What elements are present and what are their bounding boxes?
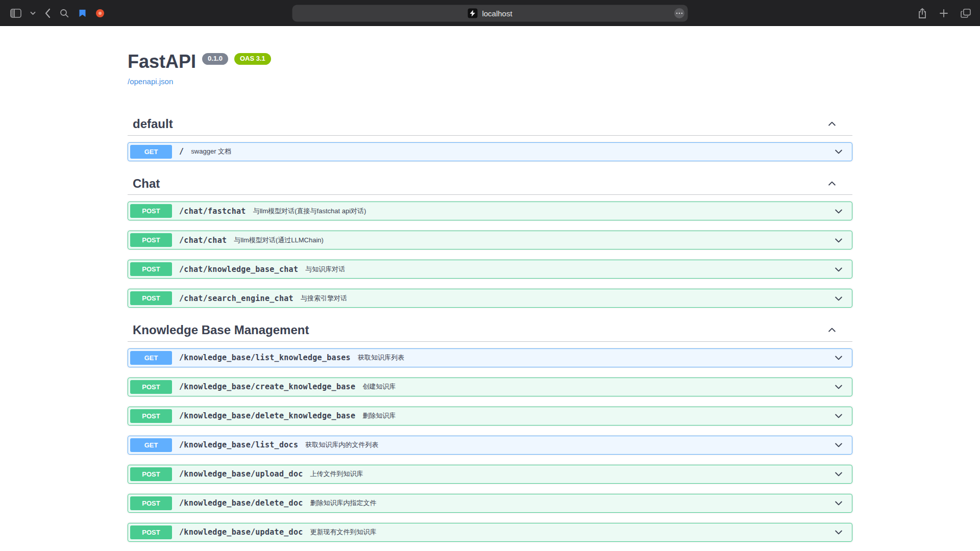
method-badge: POST	[130, 262, 172, 276]
api-tag-section-default: defaultGET/swagger 文档	[128, 112, 852, 161]
method-badge: GET	[130, 438, 172, 452]
site-favicon-icon	[468, 8, 477, 18]
endpoint-path: /chat/fastchat	[179, 207, 246, 216]
opblock-post-chat-search-engine-chat: POST/chat/search_engine_chat与搜索引擎对话	[128, 289, 852, 308]
endpoint-description: 创建知识库	[362, 382, 396, 391]
collapse-chevron-up-icon	[827, 325, 837, 335]
expand-chevron-down-icon	[834, 469, 844, 479]
swagger-page: FastAPI 0.1.0 OAS 3.1 /openapi.json defa…	[0, 26, 980, 551]
share-button[interactable]	[918, 8, 927, 19]
endpoint-path: /chat/knowledge_base_chat	[179, 265, 298, 274]
expand-chevron-down-icon	[834, 440, 844, 450]
sidebar-toggle-button[interactable]	[10, 9, 21, 18]
opblock-post-chat-knowledge-base-chat: POST/chat/knowledge_base_chat与知识库对话	[128, 260, 852, 279]
address-bar[interactable]: localhost	[292, 5, 688, 21]
api-tag-section-knowledge-base-management: Knowledge Base ManagementGET/knowledge_b…	[128, 318, 852, 551]
swagger-wrapper: FastAPI 0.1.0 OAS 3.1 /openapi.json defa…	[117, 51, 863, 551]
endpoint-summary[interactable]: GET/swagger 文档	[128, 143, 852, 161]
endpoint-description: 删除知识库	[362, 411, 396, 420]
opblock-post-chat-fastchat: POST/chat/fastchat与llm模型对话(直接与fastchat a…	[128, 202, 852, 220]
method-badge: POST	[130, 409, 172, 423]
endpoint-description: 与llm模型对话(通过LLMChain)	[234, 236, 324, 245]
expand-chevron-down-icon	[834, 353, 844, 363]
opblock-get-root: GET/swagger 文档	[128, 142, 852, 161]
endpoint-description: 与知识库对话	[305, 265, 345, 274]
opblock-post-knowledge-base-update-doc: POST/knowledge_base/update_doc更新现有文件到知识库	[128, 523, 852, 542]
endpoint-description: 获取知识库内的文件列表	[305, 440, 378, 449]
page-more-button[interactable]	[674, 8, 685, 18]
tag-title: default	[133, 117, 827, 131]
back-button[interactable]	[44, 8, 51, 18]
api-sections: defaultGET/swagger 文档ChatPOST/chat/fastc…	[128, 112, 852, 551]
method-badge: POST	[130, 291, 172, 305]
endpoint-path: /knowledge_base/upload_doc	[179, 469, 303, 479]
endpoint-description: 上传文件到知识库	[310, 469, 363, 479]
new-tab-button[interactable]	[939, 9, 948, 18]
toolbar-left-group	[0, 0, 105, 26]
endpoint-path: /chat/search_engine_chat	[179, 294, 293, 303]
url-text: localhost	[482, 9, 512, 17]
collapse-chevron-up-icon	[827, 119, 837, 129]
extension-blue-icon[interactable]	[78, 9, 87, 18]
expand-chevron-down-icon	[834, 235, 844, 245]
expand-chevron-down-icon	[834, 498, 844, 508]
api-title-row: FastAPI 0.1.0 OAS 3.1	[128, 51, 852, 72]
chevron-down-icon[interactable]	[30, 11, 36, 15]
toolbar-right-group	[918, 0, 971, 26]
oas-version-badge: OAS 3.1	[234, 53, 271, 65]
browser-toolbar: localhost	[0, 0, 980, 26]
method-badge: GET	[130, 145, 172, 159]
endpoint-summary[interactable]: POST/chat/search_engine_chat与搜索引擎对话	[128, 289, 852, 307]
opblock-post-knowledge-base-create-knowledge-base: POST/knowledge_base/create_knowledge_bas…	[128, 378, 852, 396]
endpoint-description: 删除知识库内指定文件	[310, 498, 377, 508]
endpoint-summary[interactable]: POST/knowledge_base/delete_knowledge_bas…	[128, 407, 852, 425]
api-version-badge: 0.1.0	[202, 53, 228, 65]
endpoint-summary[interactable]: POST/knowledge_base/delete_doc删除知识库内指定文件	[128, 494, 852, 512]
opblock-get-knowledge-base-list-knowledge-bases: GET/knowledge_base/list_knowledge_bases获…	[128, 348, 852, 367]
method-badge: POST	[130, 467, 172, 481]
endpoint-summary[interactable]: GET/knowledge_base/list_knowledge_bases获…	[128, 349, 852, 367]
method-badge: POST	[130, 380, 172, 394]
api-info-block: FastAPI 0.1.0 OAS 3.1 /openapi.json	[128, 51, 852, 86]
endpoint-path: /chat/chat	[179, 236, 227, 245]
opblock-post-knowledge-base-delete-knowledge-base: POST/knowledge_base/delete_knowledge_bas…	[128, 407, 852, 425]
method-badge: POST	[130, 204, 172, 218]
endpoint-summary[interactable]: POST/knowledge_base/create_knowledge_bas…	[128, 378, 852, 396]
endpoint-summary[interactable]: POST/knowledge_base/update_doc更新现有文件到知识库	[128, 523, 852, 541]
endpoint-description: swagger 文档	[191, 147, 231, 156]
expand-chevron-down-icon	[834, 411, 844, 421]
expand-chevron-down-icon	[834, 206, 844, 216]
opblock-get-knowledge-base-list-docs: GET/knowledge_base/list_docs获取知识库内的文件列表	[128, 436, 852, 455]
method-badge: POST	[130, 525, 172, 539]
endpoint-path: /knowledge_base/create_knowledge_base	[179, 382, 355, 391]
opblock-post-chat-chat: POST/chat/chat与llm模型对话(通过LLMChain)	[128, 231, 852, 249]
endpoint-path: /knowledge_base/delete_knowledge_base	[179, 411, 355, 420]
tag-header-knowledge-base-management[interactable]: Knowledge Base Management	[128, 318, 852, 342]
endpoint-path: /knowledge_base/list_docs	[179, 440, 298, 449]
endpoint-description: 获取知识库列表	[358, 353, 404, 362]
endpoint-description: 更新现有文件到知识库	[310, 528, 377, 537]
endpoint-path: /knowledge_base/delete_doc	[179, 498, 303, 508]
tag-header-chat[interactable]: Chat	[128, 171, 852, 195]
endpoint-summary[interactable]: POST/knowledge_base/upload_doc上传文件到知识库	[128, 465, 852, 483]
tag-title: Knowledge Base Management	[133, 323, 827, 337]
collapse-chevron-up-icon	[827, 179, 837, 189]
endpoint-path: /	[179, 147, 184, 156]
method-badge: POST	[130, 233, 172, 247]
extension-orange-icon[interactable]	[95, 9, 105, 18]
endpoint-description: 与搜索引擎对话	[301, 294, 347, 303]
endpoint-summary[interactable]: GET/knowledge_base/list_docs获取知识库内的文件列表	[128, 436, 852, 454]
expand-chevron-down-icon	[834, 264, 844, 274]
openapi-spec-link[interactable]: /openapi.json	[128, 77, 173, 86]
endpoint-path: /knowledge_base/update_doc	[179, 528, 303, 537]
tab-overview-button[interactable]	[961, 9, 971, 18]
search-icon[interactable]	[59, 8, 69, 18]
endpoint-summary[interactable]: POST/chat/knowledge_base_chat与知识库对话	[128, 260, 852, 278]
api-tag-section-chat: ChatPOST/chat/fastchat与llm模型对话(直接与fastch…	[128, 171, 852, 308]
expand-chevron-down-icon	[834, 146, 844, 157]
expand-chevron-down-icon	[834, 293, 844, 304]
endpoint-summary[interactable]: POST/chat/fastchat与llm模型对话(直接与fastchat a…	[128, 202, 852, 220]
endpoint-summary[interactable]: POST/chat/chat与llm模型对话(通过LLMChain)	[128, 231, 852, 249]
tag-header-default[interactable]: default	[128, 112, 852, 136]
method-badge: POST	[130, 496, 172, 510]
